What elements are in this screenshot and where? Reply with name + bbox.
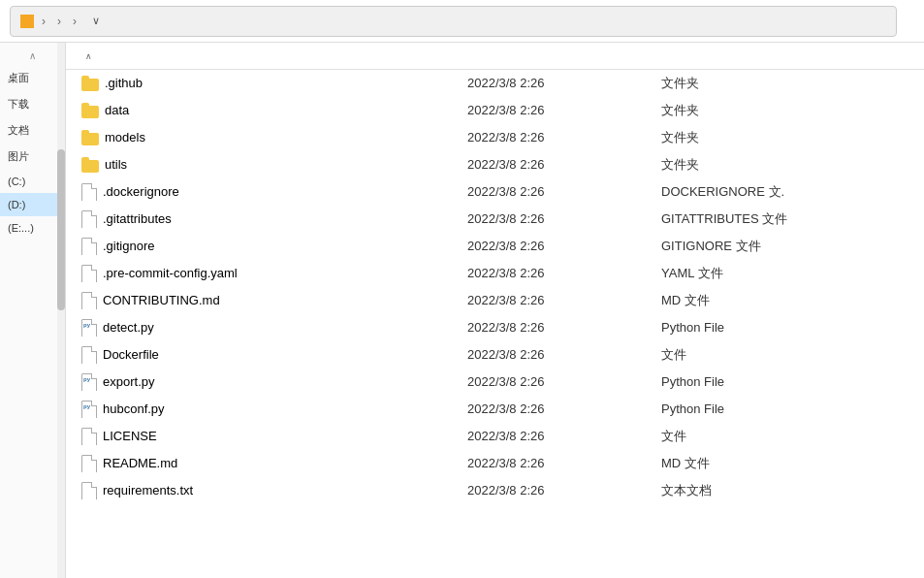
sidebar-item-label-3: 图片 [8, 149, 57, 164]
file-name-cell: py detect.py [70, 319, 467, 337]
table-row[interactable]: LICENSE 2022/3/8 2:26 文件 [66, 423, 924, 450]
file-icon [81, 292, 97, 309]
file-name-cell: .github [70, 76, 467, 91]
file-date-cell: 2022/3/8 2:26 [467, 211, 661, 226]
folder-icon [81, 157, 99, 173]
file-name: .pre-commit-config.yaml [103, 266, 238, 280]
file-type-cell: MD 文件 [661, 292, 920, 309]
sidebar-scrollbar-track [57, 43, 65, 578]
sidebar-scrollbar-thumb[interactable] [57, 149, 65, 310]
drive-icon [20, 15, 34, 28]
file-date-cell: 2022/3/8 2:26 [467, 157, 661, 172]
file-name: CONTRIBUTING.md [103, 293, 220, 307]
file-type-cell: DOCKERIGNORE 文. [661, 183, 920, 201]
table-row[interactable]: Dockerfile 2022/3/8 2:26 文件 [66, 341, 924, 369]
sidebar-item-label-2: 文档 [8, 123, 57, 138]
file-name-cell: .gitattributes [70, 210, 467, 228]
table-row[interactable]: .pre-commit-config.yaml 2022/3/8 2:26 YA… [66, 260, 924, 287]
table-row[interactable]: .dockerignore 2022/3/8 2:26 DOCKERIGNORE… [66, 178, 924, 206]
table-row[interactable]: README.md 2022/3/8 2:26 MD 文件 [66, 450, 924, 477]
file-type-cell: GITATTRIBUTES 文件 [661, 210, 920, 228]
file-name: export.py [103, 374, 154, 389]
file-name: hubconf.py [103, 401, 165, 416]
sidebar-item-label-4: (C:) [8, 176, 57, 187]
sidebar-item-6[interactable]: (E:...) [0, 216, 65, 240]
file-name: .gitattributes [103, 211, 172, 226]
sidebar-item-5[interactable]: (D:) [0, 193, 65, 216]
sidebar-item-2[interactable]: 文档 [0, 117, 65, 144]
file-icon [81, 455, 97, 472]
file-type-cell: 文件夹 [661, 156, 920, 174]
file-pane: ∧ .github 2022/3/8 2:26 文件夹 data 2022/3/… [66, 43, 924, 578]
file-name: data [105, 103, 129, 117]
file-icon [81, 265, 97, 282]
file-type-cell: MD 文件 [661, 455, 920, 472]
file-type-cell: Python File [661, 401, 920, 416]
path-bar[interactable]: › › › ∨ [10, 6, 897, 37]
sidebar-item-label-6: (E:...) [8, 222, 57, 234]
file-name: models [105, 130, 145, 144]
file-date-cell: 2022/3/8 2:26 [467, 456, 661, 470]
file-type-cell: 文件夹 [661, 75, 920, 92]
sidebar-item-4[interactable]: (C:) [0, 170, 65, 193]
file-list: .github 2022/3/8 2:26 文件夹 data 2022/3/8 … [66, 70, 924, 578]
file-name: detect.py [103, 320, 154, 335]
table-row[interactable]: CONTRIBUTING.md 2022/3/8 2:26 MD 文件 [66, 287, 924, 314]
file-type-cell: Python File [661, 320, 920, 335]
sidebar-item-label-5: (D:) [8, 199, 57, 210]
file-type-cell: GITIGNORE 文件 [661, 238, 920, 255]
column-header-row: ∧ [66, 43, 924, 70]
table-row[interactable]: py detect.py 2022/3/8 2:26 Python File [66, 314, 924, 341]
file-name: README.md [103, 456, 177, 470]
file-name-cell: README.md [70, 455, 467, 472]
file-date-cell: 2022/3/8 2:26 [467, 184, 661, 199]
file-name-cell: py export.py [70, 373, 467, 391]
python-file-icon: py [81, 401, 97, 418]
sidebar-item-0[interactable]: 桌面 [0, 65, 65, 91]
file-date-cell: 2022/3/8 2:26 [467, 103, 661, 117]
file-name: .github [105, 76, 143, 90]
file-name-cell: utils [70, 157, 467, 173]
file-name-cell: .pre-commit-config.yaml [70, 265, 467, 282]
table-row[interactable]: .gitattributes 2022/3/8 2:26 GITATTRIBUT… [66, 206, 924, 233]
sidebar: ∧ 桌面下载文档图片(C:)(D:)(E:...) [0, 43, 66, 578]
address-bar: › › › ∨ [0, 0, 924, 43]
file-name: .dockerignore [103, 184, 179, 199]
table-row[interactable]: .github 2022/3/8 2:26 文件夹 [66, 70, 924, 97]
sidebar-item-label-0: 桌面 [8, 71, 57, 85]
python-file-icon: py [81, 319, 97, 337]
file-icon [81, 482, 97, 499]
python-file-icon: py [81, 373, 97, 391]
file-type-cell: YAML 文件 [661, 265, 920, 282]
table-row[interactable]: .gitignore 2022/3/8 2:26 GITIGNORE 文件 [66, 233, 924, 260]
table-row[interactable]: data 2022/3/8 2:26 文件夹 [66, 97, 924, 124]
file-name: LICENSE [103, 429, 157, 443]
file-date-cell: 2022/3/8 2:26 [467, 293, 661, 307]
file-name: .gitignore [103, 239, 154, 253]
file-name-cell: requirements.txt [70, 482, 467, 499]
file-type-cell: 文件夹 [661, 129, 920, 146]
sidebar-scroll-up: ∧ [29, 50, 36, 61]
sidebar-item-3[interactable]: 图片 [0, 144, 65, 170]
file-date-cell: 2022/3/8 2:26 [467, 401, 661, 416]
table-row[interactable]: py hubconf.py 2022/3/8 2:26 Python File [66, 396, 924, 423]
file-name-cell: LICENSE [70, 428, 467, 445]
file-name-cell: data [70, 103, 467, 118]
path-dropdown-icon[interactable]: ∨ [92, 15, 100, 27]
file-name-cell: py hubconf.py [70, 401, 467, 418]
sidebar-item-1[interactable]: 下载 [0, 91, 65, 117]
table-row[interactable]: models 2022/3/8 2:26 文件夹 [66, 124, 924, 151]
file-date-cell: 2022/3/8 2:26 [467, 483, 661, 498]
file-type-cell: 文件夹 [661, 102, 920, 119]
file-date-cell: 2022/3/8 2:26 [467, 239, 661, 253]
col-header-name[interactable]: ∧ [66, 51, 463, 61]
refresh-button[interactable] [903, 19, 914, 23]
table-row[interactable]: py export.py 2022/3/8 2:26 Python File [66, 369, 924, 396]
file-name: utils [105, 157, 127, 172]
file-name: Dockerfile [103, 347, 159, 362]
file-date-cell: 2022/3/8 2:26 [467, 374, 661, 389]
file-date-cell: 2022/3/8 2:26 [467, 266, 661, 280]
table-row[interactable]: requirements.txt 2022/3/8 2:26 文本文档 [66, 477, 924, 504]
table-row[interactable]: utils 2022/3/8 2:26 文件夹 [66, 151, 924, 178]
file-type-cell: 文件 [661, 346, 920, 364]
